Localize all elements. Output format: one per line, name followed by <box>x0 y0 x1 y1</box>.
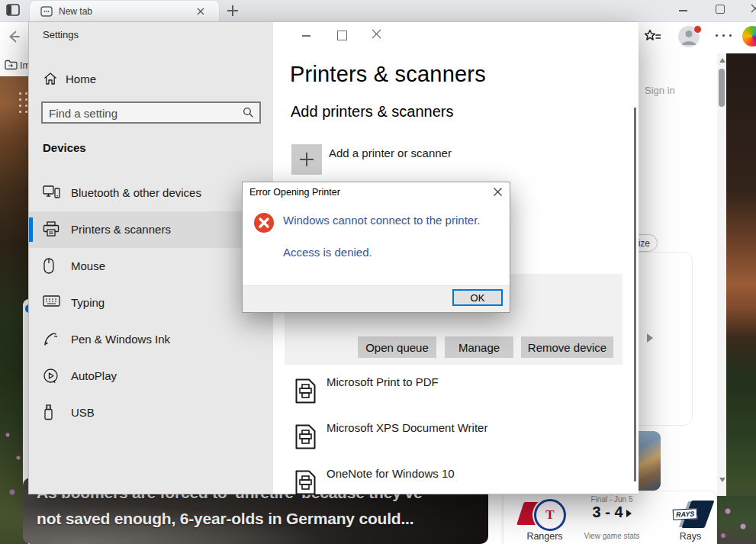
settings-window-title: Settings <box>43 29 79 40</box>
tab-close-icon[interactable] <box>196 7 205 16</box>
settings-search-box[interactable] <box>41 101 261 124</box>
keyboard-icon <box>43 295 60 307</box>
sidebar-item-label: Home <box>66 72 96 85</box>
tab-actions-menu-icon[interactable] <box>6 4 20 16</box>
dialog-message-line2: Access is denied. <box>283 246 372 259</box>
sidebar-section-title: Devices <box>43 141 86 154</box>
game-score: 3 - 4 <box>577 504 647 521</box>
scrollbar-thumb[interactable] <box>719 69 725 107</box>
selected-accent-bar <box>29 217 33 242</box>
background-photo-right <box>726 53 756 544</box>
search-icon[interactable] <box>243 107 254 118</box>
ok-button[interactable]: OK <box>452 289 503 306</box>
sidebar-item-home[interactable]: Home <box>29 65 273 92</box>
rangers-circle: T <box>534 499 566 531</box>
browser-tab-strip: New tab <box>0 0 756 22</box>
dialog-message-line1: Windows cannot connect to the printer. <box>283 214 480 227</box>
folder-icon <box>5 60 18 70</box>
printer-document-icon <box>295 378 316 404</box>
favorites-icon[interactable] <box>643 28 662 45</box>
settings-sidebar: Settings Home Devices Bluetooth & other … <box>29 22 273 494</box>
rays-logo: RAYS <box>673 501 709 528</box>
page-scrollbar[interactable] <box>717 53 726 496</box>
rangers-logo: T <box>520 499 568 530</box>
dialog-title: Error Opening Printer <box>249 187 340 198</box>
dialog-close-icon[interactable] <box>493 187 503 197</box>
sports-score-card[interactable]: T Rangers Final - Jun 5 3 - 4 View game … <box>503 491 717 544</box>
add-printer-button[interactable] <box>291 144 322 175</box>
sign-in-link[interactable]: Sign in <box>645 85 675 96</box>
mouse-icon <box>43 258 55 274</box>
page-title: Printers & scanners <box>290 62 486 87</box>
settings-close-icon[interactable] <box>372 29 381 39</box>
home-team-label: Rangers <box>516 531 574 542</box>
browser-tab[interactable]: New tab <box>29 0 220 21</box>
add-printer-label: Add a printer or scanner <box>329 146 452 159</box>
carousel-next-icon[interactable] <box>647 333 653 343</box>
sidebar-item-typing[interactable]: Typing <box>29 285 273 321</box>
new-tab-button[interactable] <box>227 5 238 16</box>
sidebar-item-bluetooth-other-devices[interactable]: Bluetooth & other devices <box>29 175 273 211</box>
settings-maximize-icon[interactable] <box>337 31 347 40</box>
sidebar-item-autoplay[interactable]: AutoPlay <box>29 358 273 394</box>
browser-minimize-icon[interactable] <box>679 10 687 11</box>
scroll-down-icon[interactable] <box>719 478 725 482</box>
printer-document-icon <box>295 470 316 495</box>
new-tab-favicon-icon <box>40 6 53 17</box>
error-icon <box>254 213 274 233</box>
browser-close-icon[interactable] <box>751 4 756 13</box>
background-photo-corner <box>717 496 756 544</box>
settings-content-scrollbar[interactable] <box>634 108 636 481</box>
devices-icon <box>43 185 60 200</box>
scroll-up-icon[interactable] <box>719 58 725 63</box>
usb-icon <box>43 404 54 420</box>
notification-dot <box>693 25 702 34</box>
sidebar-item-printers-scanners[interactable]: Printers & scanners <box>29 211 273 248</box>
printer-icon <box>43 221 60 237</box>
view-game-stats-link[interactable]: View game stats <box>574 532 650 540</box>
screen: New tab Im <box>0 0 756 544</box>
pen-icon <box>43 331 59 347</box>
back-icon[interactable] <box>6 29 21 44</box>
away-team-label: Rays <box>665 531 716 542</box>
open-queue-button[interactable]: Open queue <box>358 336 436 358</box>
home-icon <box>43 71 58 86</box>
sidebar-item-pen-windows-ink[interactable]: Pen & Windows Ink <box>29 321 273 358</box>
score-expand-icon[interactable] <box>626 510 632 517</box>
error-dialog: Error Opening Printer Windows cannot con… <box>242 182 510 313</box>
sidebar-item-usb[interactable]: USB <box>29 394 273 431</box>
settings-minimize-icon[interactable] <box>302 35 310 37</box>
tab-title: New tab <box>59 6 92 17</box>
add-section-title: Add printers & scanners <box>291 103 453 121</box>
printer-document-icon <box>295 424 316 449</box>
settings-search-input[interactable] <box>47 104 233 122</box>
news-headline-line2: not saved enough, 6-year-olds in Germany… <box>37 510 413 528</box>
sidebar-item-mouse[interactable]: Mouse <box>29 248 273 285</box>
browser-restore-icon[interactable] <box>716 5 725 14</box>
browser-menu-icon[interactable] <box>716 34 735 37</box>
game-status: Final - Jun 5 <box>577 495 647 504</box>
autoplay-icon <box>43 368 59 384</box>
rays-wordmark: RAYS <box>673 508 698 520</box>
manage-button[interactable]: Manage <box>445 336 513 358</box>
remove-device-button[interactable]: Remove device <box>521 336 613 358</box>
